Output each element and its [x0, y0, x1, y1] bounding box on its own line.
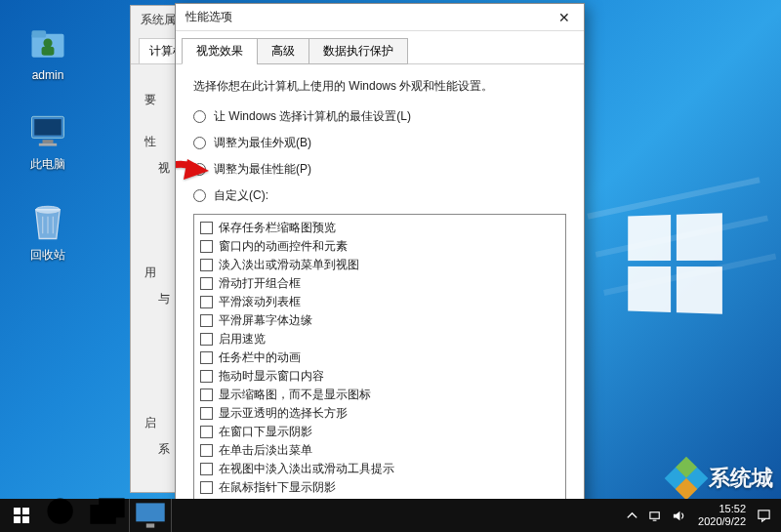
list-item[interactable]: 滑动打开组合框: [200, 274, 559, 293]
clock-date: 2020/9/22: [698, 515, 746, 528]
list-item[interactable]: 在单击后淡出菜单: [200, 441, 559, 460]
tab-bar: 视觉效果 高级 数据执行保护: [176, 31, 584, 64]
checkbox-icon: [200, 481, 213, 494]
checkbox-icon: [200, 277, 213, 290]
svg-rect-7: [39, 143, 57, 146]
desktop-icons: admin 此电脑 回收站: [14, 20, 82, 264]
notification-icon: [757, 509, 771, 523]
svg-rect-10: [22, 508, 29, 514]
dialog-title: 性能选项: [185, 9, 232, 25]
watermark-logo-icon: [670, 462, 703, 495]
checkbox-icon: [200, 407, 213, 420]
recycle-bin-icon: [24, 198, 71, 245]
taskbar: 15:52 2020/9/22: [0, 499, 781, 532]
tab-dep[interactable]: 数据执行保护: [308, 38, 408, 64]
checkbox-icon: [200, 444, 213, 457]
checkbox-icon: [200, 463, 213, 475]
svg-rect-12: [22, 516, 29, 523]
volume-icon: [672, 509, 686, 523]
tab-visual-effects[interactable]: 视觉效果: [182, 38, 258, 64]
svg-rect-21: [758, 510, 768, 517]
desktop-icon-recycle-bin[interactable]: 回收站: [14, 198, 82, 264]
checkbox-icon: [200, 426, 213, 438]
list-item[interactable]: 平滑屏幕字体边缘: [200, 311, 559, 330]
watermark-text: 系统城: [709, 464, 773, 493]
computer-icon: [24, 107, 71, 154]
desktop-icon-label: admin: [14, 68, 82, 82]
radio-best-appearance[interactable]: 调整为最佳外观(B): [193, 135, 566, 151]
tab-advanced[interactable]: 高级: [257, 38, 309, 64]
desktop-icon-admin[interactable]: admin: [14, 20, 82, 82]
checkbox-icon: [200, 259, 213, 271]
search-icon: [43, 494, 86, 532]
radio-icon: [193, 163, 206, 176]
description-text: 选择你想在此计算机上使用的 Windows 外观和性能设置。: [193, 78, 566, 95]
task-view-button[interactable]: [86, 499, 129, 532]
svg-rect-6: [43, 140, 54, 143]
start-button[interactable]: [0, 499, 43, 532]
action-center-button[interactable]: [754, 509, 773, 523]
list-item[interactable]: 保存任务栏缩略图预览: [200, 219, 559, 237]
radio-let-windows-choose[interactable]: 让 Windows 选择计算机的最佳设置(L): [193, 108, 566, 125]
svg-line-14: [71, 522, 82, 532]
svg-rect-9: [14, 508, 21, 514]
checkbox-icon: [200, 296, 213, 308]
task-view-icon: [86, 494, 129, 532]
radio-icon: [193, 189, 206, 202]
list-item[interactable]: 在鼠标指针下显示阴影: [200, 478, 559, 497]
taskbar-clock[interactable]: 15:52 2020/9/22: [690, 503, 754, 528]
svg-point-13: [47, 498, 72, 523]
list-item[interactable]: 启用速览: [200, 330, 559, 348]
list-item[interactable]: 显示缩略图，而不是显示图标: [200, 386, 559, 404]
desktop-icon-this-pc[interactable]: 此电脑: [14, 107, 82, 173]
radio-icon: [193, 137, 206, 149]
list-item[interactable]: 在视图中淡入淡出或滑动工具提示: [200, 460, 559, 478]
list-item[interactable]: 在窗口下显示阴影: [200, 423, 559, 441]
titlebar[interactable]: 性能选项 ✕: [176, 4, 584, 31]
list-item[interactable]: 显示亚透明的选择长方形: [200, 404, 559, 423]
tray-volume[interactable]: [667, 509, 690, 523]
search-button[interactable]: [43, 499, 86, 532]
radio-group-performance: 让 Windows 选择计算机的最佳设置(L) 调整为最佳外观(B) 调整为最佳…: [193, 108, 566, 204]
checkbox-icon: [200, 240, 213, 253]
user-folder-icon: [24, 20, 71, 66]
chevron-up-icon: [625, 509, 639, 523]
list-item[interactable]: 淡入淡出或滑动菜单到视图: [200, 256, 559, 274]
monitor-icon: [130, 495, 171, 532]
radio-best-performance[interactable]: 调整为最佳性能(P): [193, 161, 566, 178]
checkbox-icon: [200, 351, 213, 364]
list-item[interactable]: 平滑滚动列表框: [200, 293, 559, 311]
desktop-icon-label: 回收站: [14, 247, 82, 264]
close-icon: ✕: [558, 10, 570, 25]
checkbox-icon: [200, 389, 213, 401]
svg-point-8: [36, 206, 61, 213]
wallpaper-windows-logo: [628, 213, 722, 313]
svg-rect-16: [99, 498, 124, 517]
windows-logo-icon: [14, 508, 29, 523]
checkbox-icon: [200, 314, 213, 327]
performance-options-dialog: 性能选项 ✕ 视觉效果 高级 数据执行保护 选择你想在此计算机上使用的 Wind…: [175, 3, 585, 532]
svg-rect-3: [42, 47, 55, 56]
checkbox-icon: [200, 370, 213, 383]
svg-rect-11: [14, 516, 21, 523]
svg-rect-1: [32, 30, 47, 37]
svg-rect-5: [34, 119, 62, 135]
visual-effects-checklist[interactable]: 保存任务栏缩略图预览 窗口内的动画控件和元素 淡入淡出或滑动菜单到视图 滑动打开…: [193, 214, 566, 503]
checkbox-icon: [200, 222, 213, 234]
checkbox-icon: [200, 333, 213, 346]
tray-chevron-up[interactable]: [620, 509, 643, 523]
svg-rect-17: [136, 503, 164, 521]
list-item[interactable]: 窗口内的动画控件和元素: [200, 237, 559, 256]
list-item[interactable]: 拖动时显示窗口内容: [200, 367, 559, 386]
close-button[interactable]: ✕: [545, 4, 584, 31]
svg-point-2: [43, 38, 52, 47]
svg-rect-18: [146, 523, 154, 527]
list-item[interactable]: 任务栏中的动画: [200, 348, 559, 367]
taskbar-app-sysprops[interactable]: [129, 499, 172, 532]
tray-network[interactable]: [643, 509, 667, 523]
watermark: 系统城: [670, 462, 773, 495]
svg-rect-19: [649, 512, 658, 518]
desktop-icon-label: 此电脑: [14, 156, 82, 173]
radio-custom[interactable]: 自定义(C):: [193, 187, 566, 204]
network-icon: [648, 509, 663, 523]
